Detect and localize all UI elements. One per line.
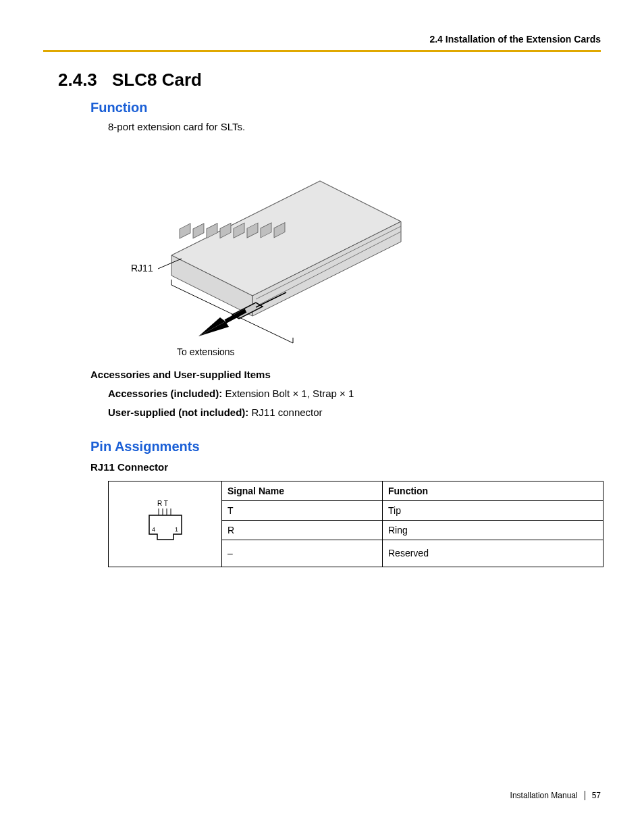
- cell-signal: R: [222, 520, 383, 540]
- footer-separator: [585, 791, 585, 800]
- table-header-row: R T 4 1 Signal Name Function: [109, 481, 603, 500]
- svg-rect-8: [193, 223, 204, 238]
- section-name: SLC8 Card: [112, 70, 202, 90]
- cell-signal: –: [222, 540, 383, 567]
- accessories-included: Accessories (included): Extension Bolt ×…: [108, 384, 601, 404]
- svg-text:1: 1: [175, 526, 178, 533]
- cell-signal: T: [222, 500, 383, 520]
- svg-rect-7: [180, 223, 190, 238]
- section-number: 2.4.3: [58, 70, 112, 90]
- diagram-label-to-extensions: To extensions: [177, 346, 235, 357]
- running-header: 2.4 Installation of the Extension Cards: [43, 34, 601, 45]
- accessories-user-supplied: User-supplied (not included): RJ11 conne…: [108, 403, 601, 423]
- accessories-user-body: RJ11 connector: [248, 407, 322, 418]
- cell-function: Ring: [383, 520, 603, 540]
- card-diagram: RJ11 To extensions: [117, 140, 601, 359]
- rj11-connector-heading: RJ11 Connector: [90, 461, 601, 473]
- pin-assignments-table: R T 4 1 Signal Name Function T Tip R Rin…: [108, 481, 603, 567]
- svg-text:R T: R T: [157, 500, 168, 507]
- rj11-connector-icon: R T 4 1: [138, 498, 192, 550]
- page: 2.4 Installation of the Extension Cards …: [0, 0, 644, 834]
- footer-page-number: 57: [592, 791, 601, 800]
- accessories-included-body: Extension Bolt × 1, Strap × 1: [222, 388, 354, 399]
- function-heading: Function: [90, 100, 601, 115]
- accessories-included-label: Accessories (included):: [108, 388, 222, 399]
- col-function: Function: [383, 481, 603, 500]
- footer-manual-name: Installation Manual: [510, 791, 578, 800]
- section-title: 2.4.3SLC8 Card: [58, 70, 601, 90]
- diagram-label-rj11: RJ11: [131, 263, 153, 273]
- page-footer: Installation Manual 57: [510, 791, 601, 800]
- cell-function: Tip: [383, 500, 603, 520]
- function-body: 8-port extension card for SLTs.: [108, 120, 601, 135]
- svg-text:4: 4: [152, 526, 155, 533]
- pin-assignments-heading: Pin Assignments: [90, 439, 601, 454]
- accessories-user-label: User-supplied (not included):: [108, 407, 248, 418]
- header-rule: [43, 50, 601, 52]
- connector-diagram-cell: R T 4 1: [109, 481, 222, 567]
- col-signal-name: Signal Name: [222, 481, 383, 500]
- cell-function: Reserved: [383, 540, 603, 567]
- accessories-heading: Accessories and User-supplied Items: [90, 369, 601, 380]
- slc8-card-illustration: RJ11 To extensions: [117, 140, 428, 357]
